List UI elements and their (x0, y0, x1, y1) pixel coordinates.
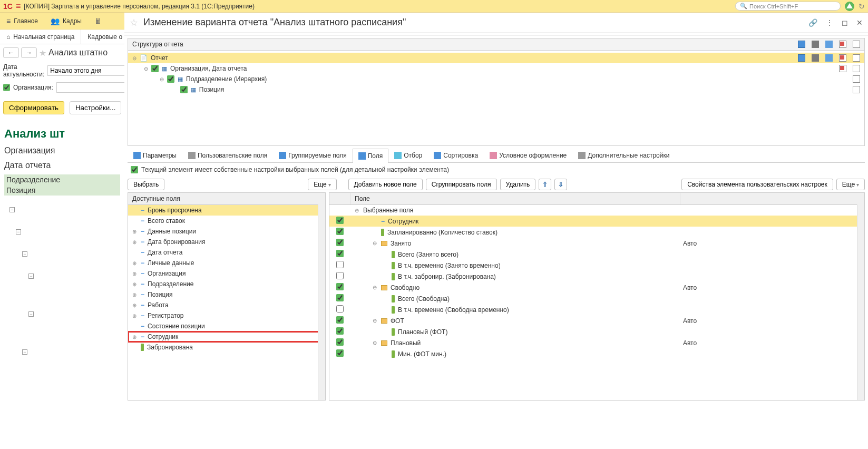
available-field-row[interactable]: −Всего ставок (128, 216, 325, 226)
collapse-icon[interactable]: ⊖ (354, 208, 360, 213)
expand-icon[interactable]: ⊕ (131, 271, 138, 277)
collapse-icon[interactable]: ⊖ (372, 285, 378, 290)
date-input[interactable] (47, 65, 132, 76)
more-button-2[interactable]: Еще (836, 179, 865, 190)
menu-kadry[interactable]: 👥Кадры (44, 13, 88, 29)
field-checkbox[interactable] (336, 261, 344, 268)
structure-checkbox[interactable] (151, 65, 159, 72)
field-checkbox[interactable] (336, 250, 344, 257)
own-settings-checkbox[interactable] (131, 166, 138, 173)
expand-icon[interactable]: ⊕ (131, 260, 138, 266)
expand-icon[interactable]: ⊕ (131, 313, 138, 319)
field-checkbox[interactable] (336, 239, 344, 246)
structure-checkbox[interactable] (167, 75, 174, 83)
move-up-button[interactable]: ⇧ (539, 179, 551, 190)
global-search[interactable]: 🔍 Поиск Ctrl+Shift+F (735, 2, 841, 11)
edit-icon[interactable] (839, 54, 846, 62)
tab-group-fields[interactable]: Группируемые поля (273, 148, 352, 162)
favorite-star-icon[interactable]: ☆ (130, 17, 138, 28)
page-icon[interactable] (853, 65, 860, 72)
tab-kadrovye[interactable]: Кадровые о (81, 30, 129, 44)
available-field-row[interactable]: −Дата отчета (128, 247, 325, 258)
move-down-button[interactable]: ⇩ (554, 179, 567, 190)
tab-filter[interactable]: Отбор (388, 148, 428, 162)
chart-view-icon[interactable] (812, 54, 819, 62)
table-view-icon[interactable] (798, 41, 805, 48)
available-field-row[interactable]: ⊕−Личные данные (128, 258, 325, 268)
nav-forward-button[interactable]: → (21, 47, 37, 58)
close-icon[interactable]: ✕ (856, 18, 863, 27)
tab-user-fields[interactable]: Пользовательские поля (182, 148, 273, 162)
expand-icon[interactable]: ⊕ (131, 302, 138, 308)
scrollbar[interactable] (857, 204, 864, 400)
field-checkbox[interactable] (336, 316, 344, 324)
collapse-icon[interactable]: ⊖ (372, 340, 378, 346)
selected-field-row[interactable]: −Сотрудник (329, 216, 864, 227)
menu-main[interactable]: ≡Главное (0, 13, 44, 29)
favorite-star-icon[interactable]: ★ (39, 48, 46, 58)
org-checkbox[interactable] (3, 84, 10, 91)
tab-parameters[interactable]: Параметры (128, 148, 182, 162)
expand-icon[interactable]: ⊕ (131, 229, 138, 235)
available-field-row[interactable]: −Бронь просрочена (128, 205, 325, 216)
expand-icon[interactable]: ⊕ (131, 239, 138, 245)
menu-calc[interactable]: 🖩 (88, 13, 108, 29)
selected-field-row[interactable]: ⊖ЗанятоАвто (329, 238, 864, 249)
scrollbar[interactable] (318, 204, 325, 400)
selected-field-row[interactable]: ⊖ФОТАвто (329, 315, 864, 326)
available-field-row[interactable]: ⊕−Данные позиции (128, 226, 325, 237)
field-checkbox[interactable] (336, 327, 344, 335)
page-icon[interactable] (853, 86, 860, 93)
selected-field-row[interactable]: Плановый (ФОТ) (329, 326, 864, 337)
available-field-row[interactable]: ⊕−Позиция (128, 289, 325, 300)
page-icon[interactable] (853, 41, 860, 48)
bar-view-icon[interactable] (825, 54, 833, 62)
tab-conditional-format[interactable]: Условное оформление (484, 148, 572, 162)
expand-icon[interactable]: ⊕ (131, 281, 138, 287)
available-field-row[interactable]: ⊕−Регистратор (128, 310, 325, 321)
link-icon[interactable]: 🔗 (808, 18, 817, 27)
tab-sort[interactable]: Сортировка (428, 148, 484, 162)
more-button[interactable]: Еще (308, 179, 336, 190)
selected-field-row[interactable]: В т.ч. забронир. (Забронирована) (329, 271, 864, 282)
available-field-row[interactable]: −Состояние позиции (128, 321, 325, 331)
nav-back-button[interactable]: ← (3, 47, 19, 58)
group-fields-button[interactable]: Сгруппировать поля (426, 179, 497, 190)
page-icon[interactable] (853, 54, 860, 62)
selected-field-row[interactable]: В т.ч. временно (Свободна временно) (329, 304, 864, 315)
chart-view-icon[interactable] (812, 41, 819, 48)
more-icon[interactable]: ⋮ (826, 18, 833, 27)
structure-row[interactable]: ⊖ ▦ Организация, Дата отчета (128, 63, 864, 74)
structure-row[interactable]: ⊖ ▦ Подразделение (Иерархия) (128, 74, 864, 84)
collapse-icon[interactable]: ⊖ (160, 76, 164, 82)
selected-field-row[interactable]: В т.ч. временно (Занято временно) (329, 260, 864, 271)
selected-field-row[interactable]: ⊖ПлановыйАвто (329, 337, 864, 348)
available-field-row[interactable]: Забронирована (128, 342, 325, 353)
menu-burger-icon[interactable]: ≡ (16, 2, 21, 11)
structure-row-report[interactable]: ⊖ 📄 Отчет (128, 53, 864, 63)
available-field-row[interactable]: ⊕−Дата бронирования (128, 237, 325, 247)
structure-row[interactable]: ▦ Позиция (128, 84, 864, 95)
field-checkbox[interactable] (336, 283, 344, 290)
bar-view-icon[interactable] (825, 41, 833, 48)
field-checkbox[interactable] (336, 217, 344, 224)
expand-icon[interactable]: ⊕ (131, 334, 138, 340)
field-checkbox[interactable] (336, 305, 344, 313)
available-field-row[interactable]: ⊕−Подразделение (128, 279, 325, 289)
edit-icon[interactable] (839, 41, 846, 48)
user-settings-props-button[interactable]: Свойства элемента пользовательских настр… (681, 179, 833, 190)
selected-field-row[interactable]: Всего (Занято всего) (329, 249, 864, 260)
collapse-icon[interactable]: ⊖ (372, 240, 378, 246)
selected-field-row[interactable]: ⊖СвободноАвто (329, 282, 864, 293)
history-icon[interactable]: ↻ (859, 2, 865, 11)
field-checkbox[interactable] (336, 349, 344, 357)
maximize-icon[interactable]: ◻ (842, 18, 848, 27)
add-field-button[interactable]: Добавить новое поле (348, 179, 423, 190)
collapse-icon[interactable]: ⊖ (372, 318, 378, 324)
field-checkbox[interactable] (336, 272, 344, 279)
table-view-icon[interactable] (798, 54, 805, 62)
structure-checkbox[interactable] (180, 86, 188, 93)
collapse-icon[interactable]: ⊖ (144, 66, 148, 72)
field-checkbox[interactable] (336, 338, 344, 346)
expand-icon[interactable]: ⊕ (131, 292, 138, 298)
